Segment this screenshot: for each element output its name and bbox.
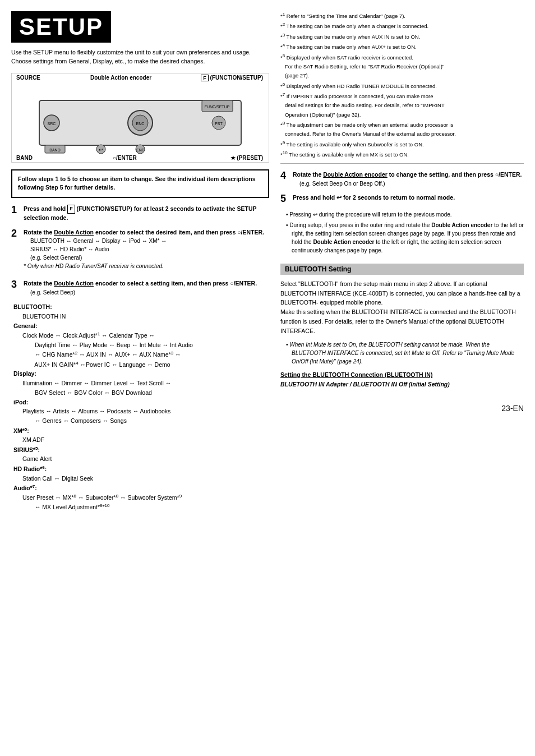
step-1-number: 1	[11, 205, 17, 216]
footnote-8: *8 The adjustment can be made only when …	[280, 120, 524, 129]
svg-text:SRC: SRC	[48, 122, 56, 126]
enter-label-text: /ENTER	[116, 155, 137, 161]
cat-ipod-items: Playlists ↔ Artists ↔ Albums ↔ Podcasts …	[13, 408, 170, 424]
bluetooth-sub-title: Setting the BLUETOOTH Connection (BLUETO…	[280, 371, 524, 378]
bullet-notes: • Pressing ↩ during the procedure will r…	[280, 210, 524, 255]
footnote-5b: For the SAT Radio Setting, refer to "SAT…	[280, 63, 524, 71]
page-suffix: -EN	[510, 404, 524, 413]
step-4-indent: (e.g. Select Beep On or Beep Off.)	[299, 179, 524, 188]
diagram-box: SOURCE Double Action encoder F (FUNCTION…	[11, 73, 269, 163]
svg-text:FUNC/SETUP: FUNC/SETUP	[205, 105, 230, 109]
function-icon: F	[67, 205, 75, 214]
page-number: 23-EN	[280, 400, 524, 414]
function-label: F (FUNCTION/SETUP)	[201, 75, 263, 81]
svg-text:BAND: BAND	[49, 148, 60, 152]
footnote-9: *9 The setting is available only when Su…	[280, 140, 524, 149]
step-3: 3 Rotate the Double Action encoder to se…	[11, 279, 269, 297]
left-column: SETUP Use the SETUP menu to flexibly cus…	[11, 11, 269, 512]
page-title: SETUP	[11, 11, 111, 43]
bluetooth-section-title: BLUETOOTH Setting	[280, 264, 524, 275]
page-number-value: 23	[501, 404, 510, 413]
step-2: 2 Rotate the Double Action encoder to se…	[11, 228, 269, 274]
step-2-indent: BLUETOOTH ↔ General ↔ Display ↔ iPod ↔ X…	[30, 237, 269, 262]
cat-general: General: Clock Mode ↔ Clock Adjust*1 ↔ C…	[13, 321, 269, 369]
svg-text:ENT: ENT	[136, 148, 145, 152]
step-5: 5 Press and hold ↩ for 2 seconds to retu…	[280, 193, 524, 205]
step-2-content: Rotate the Double Action encoder to sele…	[24, 228, 269, 271]
step-1-content: Press and hold F (FUNCTION/SETUP) for at…	[24, 205, 269, 223]
bluetooth-sub-body: BLUETOOTH IN Adapter / BLUETOOTH IN Off …	[280, 380, 524, 389]
step-4: 4 Rotate the Double Action encoder to ch…	[280, 170, 524, 188]
cat-hdradio: HD Radio*6: Station Call ↔ Digital Seek	[13, 464, 269, 483]
step-5-content: Press and hold ↩ for 2 seconds to return…	[293, 193, 524, 202]
instruction-box: Follow steps 1 to 5 to choose an item to…	[11, 169, 269, 199]
bluetooth-sub-section: Setting the BLUETOOTH Connection (BLUETO…	[280, 371, 524, 389]
cat-sirius: SIRIUS*5: Game Alert	[13, 445, 269, 464]
step-2-number: 2	[11, 228, 17, 239]
source-label: SOURCE	[16, 75, 40, 81]
cat-bluetooth-items: BLUETOOTH IN	[22, 313, 66, 320]
footnote-7c: Operation (Optional)" (page 32).	[280, 111, 524, 119]
footnote-4: *4 The setting can be made only when AUX…	[280, 42, 524, 51]
cat-hdradio-items: Station Call ↔ Digital Seek	[22, 475, 93, 482]
preset-label: ★ (PRESET)	[230, 155, 263, 161]
step-5-number: 5	[280, 193, 286, 205]
step-2-note: * Only when HD Radio Tuner/SAT receiver …	[24, 262, 269, 270]
enter-label: ○/ENTER	[113, 155, 137, 161]
footnotes-section: *1 Refer to "Setting the Time and Calend…	[280, 11, 524, 159]
footnote-8b: connected. Refer to the Owner's Manual o…	[280, 130, 524, 138]
intro-text: Use the SETUP menu to flexibly customize…	[11, 48, 269, 66]
bluetooth-bullet-text: When Int Mute is set to On, the BLUETOOT…	[289, 342, 514, 365]
right-column: *1 Refer to "Setting the Time and Calend…	[280, 11, 524, 512]
radio-diagram: SRC ENC BAND ↩ ENT PST	[28, 89, 252, 156]
footnote-5c: (page 27).	[280, 72, 524, 80]
bullet-note-1: • Pressing ↩ during the procedure will r…	[286, 210, 524, 219]
cat-sirius-items: Game Alert	[22, 455, 52, 462]
bullet-note-2: • During setup, if you press in the oute…	[286, 221, 524, 255]
footnote-5: *5 Displayed only when SAT radio receive…	[280, 53, 524, 62]
bluetooth-section: BLUETOOTH Setting Select "BLUETOOTH" fro…	[280, 264, 524, 389]
footnote-10: *10 The setting is available only when M…	[280, 150, 524, 159]
footnote-1: *1 Refer to "Setting the Time and Calend…	[280, 11, 524, 20]
cat-xm: XM*5: XM ADF	[13, 426, 269, 445]
footnote-2: *2 The setting can be made only when a c…	[280, 21, 524, 30]
cat-ipod: iPod: Playlists ↔ Artists ↔ Albums ↔ Pod…	[13, 398, 269, 426]
encoder-label: Double Action encoder	[90, 75, 151, 81]
step-4-number: 4	[280, 170, 286, 182]
step-3-content: Rotate the Double Action encoder to sele…	[24, 279, 269, 297]
cat-audio: Audio*7: User Preset ↔ MX*8 ↔ Subwoofer*…	[13, 483, 269, 512]
cat-audio-items: User Preset ↔ MX*8 ↔ Subwoofer*8 ↔ Subwo…	[13, 494, 182, 510]
step-4-content: Rotate the Double Action encoder to chan…	[293, 170, 524, 188]
footnote-7: *7 If IMPRINT audio processor is connect…	[280, 91, 524, 100]
divider-1	[280, 163, 524, 164]
svg-text:ENC: ENC	[136, 122, 145, 126]
bluetooth-section-body: Select "BLUETOOTH" from the setup main m…	[280, 279, 524, 336]
svg-text:↩: ↩	[99, 147, 103, 153]
svg-text:PST: PST	[215, 122, 223, 126]
page-container: SETUP Use the SETUP menu to flexibly cus…	[11, 11, 524, 512]
step-3-indent: (e.g. Select Beep)	[30, 288, 269, 297]
footnote-7b: detailed settings for the audio setting.…	[280, 102, 524, 109]
preset-label-text: (PRESET)	[237, 155, 263, 161]
cat-display-items: Illumination ↔ Dimmer ↔ Dimmer Level ↔ T…	[13, 380, 171, 396]
step-3-number: 3	[11, 279, 17, 291]
cat-bluetooth: BLUETOOTH: BLUETOOTH IN	[13, 302, 269, 321]
cat-general-items: Clock Mode ↔ Clock Adjust*1 ↔ Calendar T…	[13, 332, 193, 367]
cat-display: Display: Illumination ↔ Dimmer ↔ Dimmer …	[13, 369, 269, 397]
footnote-3: *3 The setting can be made only when AUX…	[280, 32, 524, 41]
band-label: BAND	[16, 155, 33, 161]
step-1: 1 Press and hold F (FUNCTION/SETUP) for …	[11, 205, 269, 223]
footnote-6: *6 Displayed only when HD Radio TUNER MO…	[280, 81, 524, 90]
cat-xm-items: XM ADF	[22, 436, 44, 443]
categories-list: BLUETOOTH: BLUETOOTH IN General: Clock M…	[13, 302, 269, 512]
bluetooth-bullet: • When Int Mute is set to On, the BLUETO…	[286, 340, 524, 366]
